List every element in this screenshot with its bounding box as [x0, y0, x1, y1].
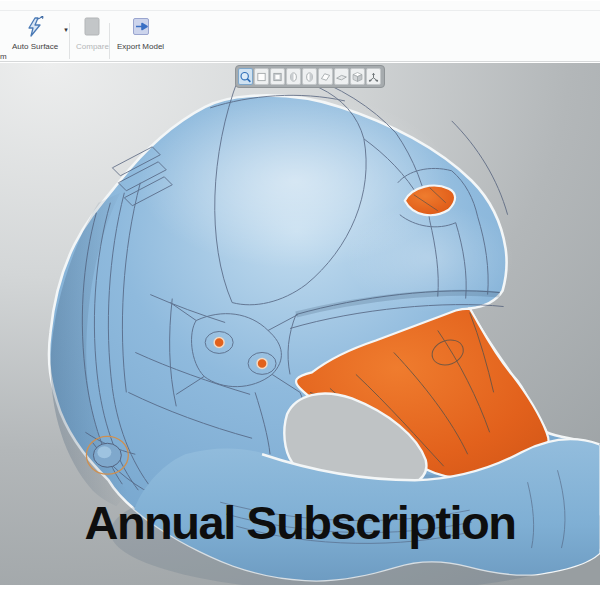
zoom-view-button[interactable] — [238, 68, 253, 85]
ribbon-separator — [69, 23, 70, 59]
compare-button[interactable]: Compare — [72, 13, 113, 59]
export-model-label: Export Model — [117, 42, 164, 51]
back-view-icon — [271, 70, 284, 84]
right-view-button[interactable] — [302, 68, 317, 85]
export-arrow-icon — [131, 15, 151, 39]
app-window: { "ribbon": { "truncated_label": "m", "a… — [0, 0, 600, 600]
compare-label: Compare — [76, 42, 109, 51]
isometric-view-button[interactable] — [350, 68, 365, 85]
bottom-view-icon — [335, 70, 348, 84]
truncated-button-label[interactable]: m — [0, 52, 7, 61]
lightning-bolt-icon — [24, 15, 46, 39]
coordinate-axes-icon — [367, 70, 380, 84]
left-view-button[interactable] — [286, 68, 301, 85]
front-view-button[interactable] — [254, 68, 269, 85]
front-view-icon — [255, 70, 268, 84]
auto-surface-label: Auto Surface — [12, 42, 58, 51]
isometric-cube-icon — [351, 70, 364, 84]
right-view-icon — [303, 70, 316, 84]
left-view-icon — [287, 70, 300, 84]
annual-subscription-caption: Annual Subscription — [84, 495, 515, 550]
top-view-button[interactable] — [318, 68, 333, 85]
ribbon-toolbar: m Auto Surface ▾ Compare — [0, 0, 600, 62]
top-view-icon — [319, 70, 332, 84]
coordinate-axes-button[interactable] — [366, 68, 381, 85]
bottom-margin — [0, 585, 600, 600]
auto-surface-button[interactable]: Auto Surface — [8, 13, 62, 59]
compare-icon — [82, 15, 102, 39]
view-orientation-toolbar — [235, 65, 385, 88]
export-model-button[interactable]: Export Model — [113, 13, 168, 59]
ribbon-separator — [109, 23, 110, 59]
viewport-3d-canvas[interactable]: Annual Subscription — [0, 63, 600, 585]
magnifier-icon — [239, 70, 252, 84]
auto-surface-dropdown-caret[interactable]: ▾ — [64, 26, 68, 34]
bottom-view-button[interactable] — [334, 68, 349, 85]
back-view-button[interactable] — [270, 68, 285, 85]
